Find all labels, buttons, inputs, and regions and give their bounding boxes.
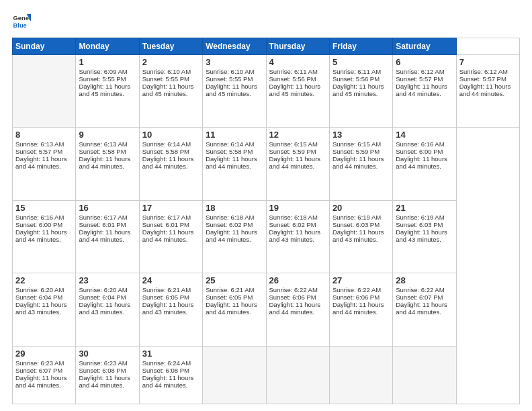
daylight-text: Daylight: 11 hours and 45 minutes.: [79, 83, 130, 97]
sunrise-text: Sunrise: 6:24 AM: [142, 359, 191, 367]
col-header-tuesday: Tuesday: [139, 38, 202, 55]
calendar-cell: 28Sunrise: 6:22 AMSunset: 6:07 PMDayligh…: [393, 273, 456, 346]
sunset-text: Sunset: 6:08 PM: [142, 367, 189, 374]
day-number: 14: [396, 130, 453, 140]
daylight-text: Daylight: 11 hours and 44 minutes.: [79, 374, 130, 389]
col-header-sunday: Sunday: [13, 38, 76, 55]
daylight-text: Daylight: 11 hours and 44 minutes.: [15, 155, 67, 170]
sunset-text: Sunset: 5:58 PM: [79, 148, 126, 155]
svg-text:Blue: Blue: [13, 22, 27, 29]
sunset-text: Sunset: 6:08 PM: [79, 367, 126, 374]
daylight-text: Daylight: 11 hours and 44 minutes.: [142, 228, 194, 243]
sunset-text: Sunset: 5:56 PM: [332, 75, 380, 83]
day-number: 9: [79, 130, 136, 140]
sunrise-text: Sunrise: 6:11 AM: [269, 68, 318, 75]
col-header-saturday: Saturday: [393, 38, 456, 55]
calendar-cell: 16Sunrise: 6:17 AMSunset: 6:01 PMDayligh…: [76, 200, 139, 273]
day-number: 30: [79, 349, 136, 359]
calendar-cell: 14Sunrise: 6:16 AMSunset: 6:00 PMDayligh…: [393, 128, 456, 200]
day-number: 11: [206, 130, 263, 140]
calendar-cell: [13, 55, 76, 128]
calendar-cell: 19Sunrise: 6:18 AMSunset: 6:02 PMDayligh…: [266, 200, 329, 273]
sunrise-text: Sunrise: 6:13 AM: [15, 140, 64, 148]
calendar-cell: 31Sunrise: 6:24 AMSunset: 6:08 PMDayligh…: [139, 346, 202, 404]
sunrise-text: Sunrise: 6:15 AM: [269, 140, 318, 148]
calendar-cell: 4Sunrise: 6:11 AMSunset: 5:56 PMDaylight…: [266, 55, 329, 128]
day-number: 29: [15, 349, 73, 359]
sunrise-text: Sunrise: 6:22 AM: [396, 286, 444, 293]
sunrise-text: Sunrise: 6:14 AM: [142, 140, 191, 148]
daylight-text: Daylight: 11 hours and 45 minutes.: [142, 83, 194, 97]
sunset-text: Sunset: 5:56 PM: [269, 75, 316, 83]
daylight-text: Daylight: 11 hours and 43 minutes.: [269, 228, 321, 243]
calendar-cell: 6Sunrise: 6:12 AMSunset: 5:57 PMDaylight…: [393, 55, 456, 128]
day-number: 5: [332, 57, 390, 67]
sunset-text: Sunset: 6:02 PM: [269, 221, 316, 228]
calendar-cell: 9Sunrise: 6:13 AMSunset: 5:58 PMDaylight…: [76, 128, 139, 200]
daylight-text: Daylight: 11 hours and 44 minutes.: [15, 374, 67, 389]
calendar-cell: [393, 346, 456, 404]
daylight-text: Daylight: 11 hours and 44 minutes.: [79, 155, 130, 170]
sunset-text: Sunset: 5:59 PM: [332, 148, 380, 155]
day-number: 7: [459, 57, 517, 67]
sunset-text: Sunset: 6:05 PM: [206, 293, 253, 301]
day-number: 17: [142, 203, 200, 213]
daylight-text: Daylight: 11 hours and 44 minutes.: [396, 155, 447, 170]
calendar-cell: [266, 346, 329, 404]
calendar-cell: 30Sunrise: 6:23 AMSunset: 6:08 PMDayligh…: [76, 346, 139, 404]
daylight-text: Daylight: 11 hours and 43 minutes.: [15, 301, 67, 316]
sunset-text: Sunset: 6:07 PM: [396, 293, 443, 301]
day-number: 1: [79, 57, 136, 67]
sunset-text: Sunset: 6:01 PM: [142, 221, 189, 228]
sunrise-text: Sunrise: 6:17 AM: [79, 214, 127, 221]
sunrise-text: Sunrise: 6:20 AM: [15, 286, 64, 293]
calendar-cell: 15Sunrise: 6:16 AMSunset: 6:00 PMDayligh…: [13, 200, 76, 273]
page: General Blue SundayMondayTuesdayWednesda…: [0, 0, 532, 411]
sunrise-text: Sunrise: 6:21 AM: [142, 286, 191, 293]
daylight-text: Daylight: 11 hours and 44 minutes.: [332, 301, 384, 316]
sunrise-text: Sunrise: 6:11 AM: [332, 68, 381, 75]
sunset-text: Sunset: 5:59 PM: [269, 148, 316, 155]
daylight-text: Daylight: 11 hours and 43 minutes.: [396, 228, 447, 243]
sunset-text: Sunset: 6:02 PM: [206, 221, 253, 228]
col-header-thursday: Thursday: [266, 38, 329, 55]
sunset-text: Sunset: 6:01 PM: [79, 221, 126, 228]
day-number: 15: [15, 203, 73, 213]
day-number: 8: [15, 130, 73, 140]
sunset-text: Sunset: 5:58 PM: [142, 148, 189, 155]
day-number: 4: [269, 57, 326, 67]
sunset-text: Sunset: 6:05 PM: [142, 293, 189, 301]
sunset-text: Sunset: 5:55 PM: [142, 75, 189, 83]
day-number: 18: [206, 203, 263, 213]
sunrise-text: Sunrise: 6:10 AM: [206, 68, 254, 75]
sunrise-text: Sunrise: 6:12 AM: [459, 68, 508, 75]
day-number: 3: [206, 57, 263, 67]
col-header-wednesday: Wednesday: [203, 38, 266, 55]
daylight-text: Daylight: 11 hours and 45 minutes.: [269, 83, 321, 97]
day-number: 27: [332, 275, 390, 285]
daylight-text: Daylight: 11 hours and 44 minutes.: [396, 83, 447, 97]
sunrise-text: Sunrise: 6:16 AM: [396, 140, 444, 148]
daylight-text: Daylight: 11 hours and 43 minutes.: [79, 301, 130, 316]
daylight-text: Daylight: 11 hours and 44 minutes.: [15, 228, 67, 243]
sunset-text: Sunset: 6:04 PM: [79, 293, 126, 301]
calendar-cell: 26Sunrise: 6:22 AMSunset: 6:06 PMDayligh…: [266, 273, 329, 346]
sunset-text: Sunset: 6:07 PM: [15, 367, 62, 374]
sunrise-text: Sunrise: 6:14 AM: [206, 140, 254, 148]
day-number: 6: [396, 57, 453, 67]
sunset-text: Sunset: 5:58 PM: [206, 148, 253, 155]
sunrise-text: Sunrise: 6:19 AM: [332, 214, 381, 221]
sunrise-text: Sunrise: 6:13 AM: [79, 140, 127, 148]
day-number: 24: [142, 275, 200, 285]
day-number: 19: [269, 203, 326, 213]
calendar-cell: 11Sunrise: 6:14 AMSunset: 5:58 PMDayligh…: [203, 128, 266, 200]
sunset-text: Sunset: 6:03 PM: [332, 221, 380, 228]
calendar-cell: 17Sunrise: 6:17 AMSunset: 6:01 PMDayligh…: [139, 200, 202, 273]
daylight-text: Daylight: 11 hours and 43 minutes.: [332, 228, 384, 243]
calendar-cell: 20Sunrise: 6:19 AMSunset: 6:03 PMDayligh…: [329, 200, 392, 273]
calendar-cell: 10Sunrise: 6:14 AMSunset: 5:58 PMDayligh…: [139, 128, 202, 200]
logo: General Blue: [12, 12, 31, 31]
daylight-text: Daylight: 11 hours and 44 minutes.: [206, 155, 257, 170]
sunrise-text: Sunrise: 6:22 AM: [269, 286, 318, 293]
daylight-text: Daylight: 11 hours and 44 minutes.: [396, 301, 447, 316]
